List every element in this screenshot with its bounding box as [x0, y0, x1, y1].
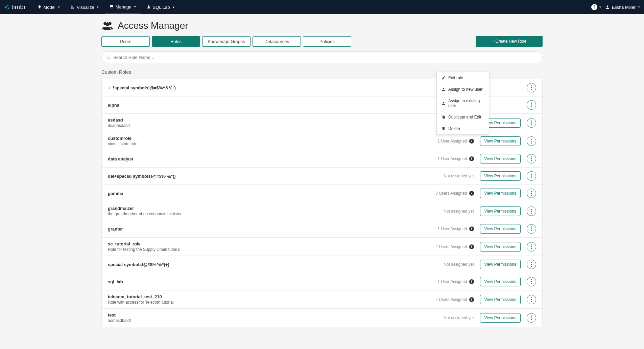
role-description: Role with access for Telecom tutorial: [108, 300, 435, 305]
search-input[interactable]: [101, 51, 543, 63]
view-permissions-button[interactable]: View Permissions: [480, 260, 521, 269]
view-permissions-button[interactable]: View Permissions: [480, 206, 521, 216]
brand-logo[interactable]: timbr: [4, 4, 26, 11]
chart-icon: [71, 5, 75, 9]
svg-point-19: [531, 122, 532, 123]
tab-users[interactable]: Users: [101, 36, 150, 47]
row-actions-button[interactable]: [527, 295, 536, 304]
row-actions-button[interactable]: [527, 83, 536, 92]
dropdown-item-assign-new[interactable]: Assign to new user: [437, 84, 489, 95]
user-menu[interactable]: Elisha Miller ▾: [605, 5, 640, 10]
kebab-icon: [531, 315, 532, 320]
caret-down-icon: ▾: [97, 5, 99, 9]
row-actions-button[interactable]: [527, 242, 536, 252]
dropdown-item-duplicate[interactable]: Duplicate and Edit: [437, 111, 489, 123]
view-permissions-button[interactable]: View Permissions: [480, 224, 521, 234]
view-permissions-button[interactable]: View Permissions: [480, 295, 521, 304]
row-actions-button[interactable]: [527, 224, 536, 234]
view-permissions-button[interactable]: View Permissions: [480, 171, 521, 181]
view-permissions-button[interactable]: View Permissions: [480, 242, 521, 252]
row-actions-button[interactable]: [527, 100, 536, 110]
role-row: sc_tutorial_roleRole for testing the Sup…: [102, 238, 542, 256]
svg-point-27: [531, 174, 532, 175]
role-description: dsadasdasd: [108, 123, 437, 128]
kebab-icon: [531, 297, 532, 302]
info-icon[interactable]: i: [469, 244, 474, 249]
role-description: Role for testing the Supply Chain tutori…: [108, 247, 435, 252]
row-actions-button[interactable]: [527, 277, 536, 286]
view-permissions-button[interactable]: View Permissions: [480, 189, 521, 198]
role-status: Not assigned yet: [444, 174, 474, 178]
role-description: nice custom role: [108, 141, 437, 146]
tab-knowledge-graphs[interactable]: Knowledge Graphs: [202, 36, 251, 47]
svg-point-17: [531, 106, 532, 107]
trash-icon: [442, 127, 446, 131]
info-icon[interactable]: i: [469, 297, 474, 302]
svg-point-32: [531, 195, 532, 196]
svg-point-38: [531, 230, 532, 231]
svg-point-22: [531, 140, 532, 141]
view-permissions-button[interactable]: View Permissions: [480, 313, 521, 323]
svg-point-53: [531, 319, 532, 320]
svg-point-20: [531, 124, 532, 125]
svg-point-25: [531, 158, 532, 159]
nav-manage[interactable]: Manage▾: [105, 1, 141, 14]
row-actions-button[interactable]: [527, 260, 536, 269]
info-icon[interactable]: i: [469, 279, 474, 284]
dropdown-item-delete[interactable]: Delete: [437, 123, 489, 134]
info-icon[interactable]: i: [469, 226, 474, 231]
help-menu[interactable]: ? ▾: [591, 4, 601, 10]
svg-point-24: [531, 156, 532, 157]
row-actions-button[interactable]: [527, 171, 536, 181]
view-permissions-button[interactable]: View Permissions: [480, 154, 521, 163]
role-row: customrolenice custom role1 User Assigne…: [102, 132, 542, 150]
role-name: granter: [108, 226, 437, 232]
row-actions-button[interactable]: [527, 136, 536, 146]
svg-point-28: [531, 176, 532, 177]
caret-down-icon: ▾: [638, 5, 640, 9]
role-info: asdasddsadasdasd: [108, 117, 437, 128]
role-name: telecom_tutorial_test_210: [108, 294, 435, 299]
role-description: asdfasdfasdf: [108, 318, 444, 323]
tab-roles[interactable]: Roles: [152, 36, 200, 47]
nav-visualize[interactable]: Visualize▾: [66, 1, 103, 14]
row-actions-button[interactable]: [527, 189, 536, 198]
info-icon[interactable]: i: [469, 139, 474, 144]
role-row: granter1 User AssignediView Permissions: [102, 220, 542, 238]
svg-point-46: [531, 281, 532, 282]
row-actions-button[interactable]: [527, 313, 536, 323]
caret-down-icon: ▾: [599, 5, 601, 9]
create-role-button[interactable]: + Create New Role: [476, 36, 543, 47]
kebab-icon: [531, 139, 532, 144]
svg-point-9: [106, 22, 110, 26]
role-info: sc_tutorial_roleRole for testing the Sup…: [108, 241, 435, 252]
role-info: grandmaizerthe grandmother of an economi…: [108, 206, 444, 216]
role-status: 1 User Assignedi: [437, 279, 474, 284]
pencil-icon: [442, 76, 446, 80]
info-icon[interactable]: i: [469, 156, 474, 161]
row-actions-button[interactable]: [527, 154, 536, 163]
svg-point-39: [531, 244, 532, 245]
view-permissions-button[interactable]: View Permissions: [480, 136, 521, 146]
view-permissions-button[interactable]: View Permissions: [480, 277, 521, 286]
info-icon[interactable]: i: [469, 191, 474, 196]
user-icon: [442, 87, 446, 91]
nav-menu: Model▾ Visualize▾ Manage▾ SQL Lab▾: [33, 1, 179, 14]
dropdown-item-edit[interactable]: Edit role: [437, 72, 489, 84]
tab-policies[interactable]: Policies: [303, 36, 351, 47]
tab-datasources[interactable]: Datasources: [253, 36, 301, 47]
dropdown-item-assign-existing[interactable]: Assign to existing user: [437, 95, 489, 111]
svg-point-50: [531, 301, 532, 302]
page-header: Access Manager: [101, 20, 543, 31]
nav-model[interactable]: Model▾: [33, 1, 65, 14]
svg-point-6: [607, 5, 609, 7]
nav-sqllab[interactable]: SQL Lab▾: [142, 1, 179, 14]
kebab-icon: [531, 262, 532, 267]
role-info: testasdfasdfasdf: [108, 312, 444, 323]
flask-icon: [147, 5, 151, 9]
svg-point-30: [531, 191, 532, 192]
row-actions-button[interactable]: [527, 206, 536, 216]
role-status: 1 User Assignedi: [437, 226, 474, 231]
svg-point-37: [531, 228, 532, 230]
row-actions-button[interactable]: [527, 118, 536, 128]
